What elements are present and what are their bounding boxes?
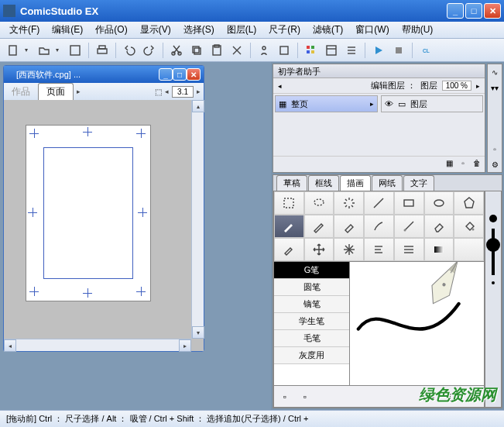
airbrush-tool-icon[interactable] <box>394 215 424 238</box>
trash-icon[interactable]: 🗑 <box>471 158 483 170</box>
polygon-tool-icon[interactable] <box>454 191 484 215</box>
menu-ruler[interactable]: 尺子(R) <box>262 22 307 38</box>
page-fit-icon[interactable]: ⬚ <box>155 88 162 96</box>
menu-view[interactable]: 显示(V) <box>134 22 177 38</box>
lasso-tool-icon[interactable] <box>304 191 334 215</box>
horizontal-scrollbar[interactable]: ◂ ▸ <box>4 339 191 351</box>
trash-icon[interactable]: 🗑 <box>465 389 481 405</box>
new-file-icon[interactable] <box>5 42 22 59</box>
opt-icon[interactable]: ▫ <box>487 394 499 407</box>
gradient-tool-icon[interactable] <box>424 238 454 261</box>
open-file-icon[interactable] <box>36 42 53 59</box>
page-number-field[interactable]: 3.1 <box>172 86 194 98</box>
cut-icon[interactable] <box>168 42 185 59</box>
tab-draw[interactable]: 描画 <box>340 175 371 191</box>
tab-tone[interactable]: 网纸 <box>372 175 403 191</box>
menu-filter[interactable]: 滤镜(T) <box>307 22 349 38</box>
tab-text[interactable]: 文字 <box>403 175 434 191</box>
snap-icon[interactable]: ∿ <box>489 67 501 80</box>
tab-draft[interactable]: 草稿 <box>276 175 307 191</box>
chevron-left-icon[interactable]: ◂ <box>165 88 169 95</box>
canvas-area[interactable] <box>4 100 204 351</box>
stream-tool-icon[interactable] <box>394 238 424 261</box>
paste-icon[interactable] <box>208 42 225 59</box>
brush-size-slider[interactable] <box>492 229 495 275</box>
menu-layer[interactable]: 图层(L) <box>221 22 263 38</box>
doc-maximize-button[interactable]: □ <box>173 68 187 81</box>
pen-round[interactable]: 圆笔 <box>274 279 349 296</box>
minimize-button[interactable]: _ <box>447 3 464 19</box>
tab-frame[interactable]: 框线 <box>308 175 339 191</box>
new-layer-icon[interactable]: ▫ <box>457 158 469 170</box>
scroll-down-icon[interactable]: ▾ <box>192 326 204 339</box>
menu-file[interactable]: 文件(F) <box>3 22 46 38</box>
chevron-right-icon[interactable]: ▸ <box>77 88 81 95</box>
opt-icon[interactable]: ⬚ <box>445 389 461 405</box>
pen-brush[interactable]: 毛笔 <box>274 330 349 347</box>
opt-icon[interactable]: ▫ <box>425 389 441 405</box>
book-icon[interactable] <box>276 42 293 59</box>
move-tool-icon[interactable] <box>304 238 334 261</box>
align-tool-icon[interactable] <box>364 238 394 261</box>
ellipse-tool-icon[interactable] <box>424 191 454 215</box>
opt-icon[interactable]: ▫ <box>297 389 313 405</box>
nav-layer[interactable]: 👁 ▭ 图层 <box>381 95 484 112</box>
stop-icon[interactable] <box>390 42 407 59</box>
add-icon[interactable]: ▫ <box>489 144 501 157</box>
zoom-field[interactable]: 100 % <box>442 81 471 91</box>
menu-work[interactable]: 作品(O) <box>89 22 133 38</box>
delete-icon[interactable] <box>228 42 245 59</box>
slider-thumb[interactable] <box>486 238 500 252</box>
chevron-right-icon[interactable]: ▸ <box>476 82 480 90</box>
config-icon[interactable]: ⚙ <box>489 160 501 172</box>
options-icon[interactable]: ▾▾ <box>489 83 501 95</box>
close-button[interactable]: ✕ <box>484 3 501 19</box>
play-icon[interactable] <box>370 42 387 59</box>
menu-window[interactable]: 窗口(W) <box>349 22 395 38</box>
doc-minimize-button[interactable]: _ <box>159 68 173 81</box>
character-icon[interactable] <box>255 42 273 59</box>
scroll-up-icon[interactable]: ▴ <box>192 100 204 112</box>
dropdown-icon[interactable]: ▾ <box>25 46 33 53</box>
clp-icon[interactable]: CL <box>417 42 441 59</box>
scroll-left-icon[interactable]: ◂ <box>4 339 16 352</box>
vertical-scrollbar[interactable]: ▴ ▾ <box>191 100 204 339</box>
palette-icon[interactable] <box>303 42 320 59</box>
opt-icon[interactable]: ▫ <box>277 389 293 405</box>
tab-page[interactable]: 页面 <box>38 83 74 100</box>
list-icon[interactable] <box>343 42 360 59</box>
doc-close-button[interactable]: ✕ <box>187 68 201 81</box>
eraser-tool-icon[interactable] <box>424 215 454 238</box>
wand-tool-icon[interactable] <box>334 191 364 215</box>
undo-icon[interactable] <box>121 42 138 59</box>
marker-tool-icon[interactable] <box>334 215 364 238</box>
marquee-tool-icon[interactable] <box>274 191 304 215</box>
pen-g[interactable]: G笔 <box>274 262 349 279</box>
save-icon[interactable] <box>67 42 84 59</box>
menu-select[interactable]: 选择(S) <box>177 22 221 38</box>
line-tool-icon[interactable] <box>364 191 394 215</box>
fill-tool-icon[interactable] <box>454 215 484 238</box>
print-icon[interactable] <box>94 42 111 59</box>
redo-icon[interactable] <box>141 42 158 59</box>
chevron-left-icon[interactable]: ◂ <box>278 82 282 90</box>
pen-tool-icon[interactable] <box>274 215 304 238</box>
copy-icon[interactable] <box>188 42 205 59</box>
dropdown-icon[interactable]: ▾ <box>56 46 63 53</box>
panel-icon[interactable] <box>323 42 340 59</box>
eyedropper-tool-icon[interactable] <box>274 238 304 261</box>
scroll-right-icon[interactable]: ▸ <box>179 339 191 352</box>
menu-edit[interactable]: 编辑(E) <box>46 22 89 38</box>
pencil-tool-icon[interactable] <box>304 215 334 238</box>
thumb-icon[interactable]: ▦ <box>443 158 455 170</box>
rect-tool-icon[interactable] <box>394 191 424 215</box>
pen-school[interactable]: 学生笔 <box>274 313 349 330</box>
nav-whole-page[interactable]: ▦ 整页 ▸ <box>275 95 378 112</box>
page-canvas[interactable] <box>26 125 151 301</box>
chevron-right-icon[interactable]: ▸ <box>197 88 201 95</box>
menu-help[interactable]: 帮助(U) <box>396 22 440 38</box>
pen-gray[interactable]: 灰度用 <box>274 347 349 364</box>
brush-tool-icon[interactable] <box>364 215 394 238</box>
burst-tool-icon[interactable] <box>334 238 364 261</box>
pen-kabura[interactable]: 镝笔 <box>274 296 349 313</box>
